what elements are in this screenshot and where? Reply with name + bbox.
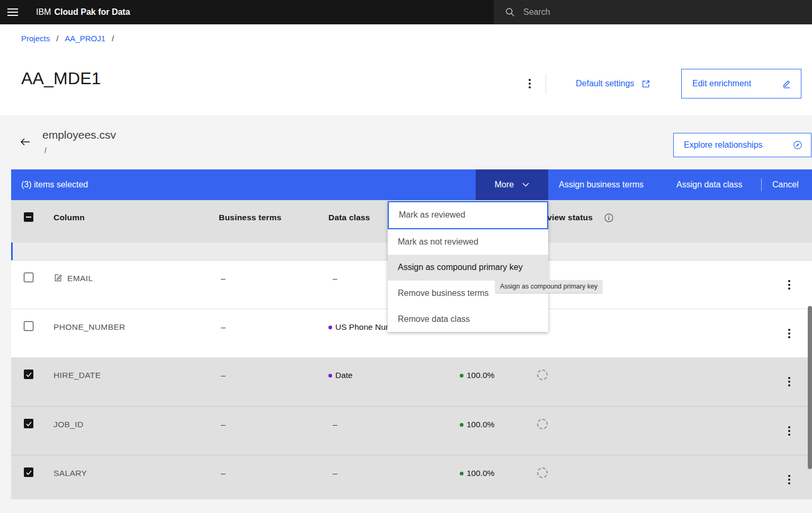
- business-terms-value: –: [221, 371, 226, 380]
- column-name: JOB_ID: [53, 420, 84, 429]
- row-checkbox[interactable]: [24, 467, 33, 477]
- breadcrumb: Projects / AA_PROJ1 /: [21, 24, 114, 52]
- menu-item-assign-compound-primary-key[interactable]: Assign as compound primary key: [388, 255, 548, 281]
- vertical-scrollbar-thumb[interactable]: [808, 306, 812, 469]
- page-title: AA_MDE1: [21, 69, 101, 88]
- brand-prefix: IBM: [36, 7, 51, 17]
- quality-value: 100.0%: [460, 371, 495, 380]
- data-class-value: –: [333, 469, 337, 478]
- edit-pencil-icon: [782, 79, 791, 88]
- quality-label: 100.0%: [467, 420, 495, 429]
- search-input[interactable]: [523, 7, 812, 17]
- data-class-dot: [328, 374, 332, 377]
- assign-data-class-button[interactable]: Assign data class: [676, 169, 743, 200]
- header-data-class: Data class: [328, 213, 370, 222]
- global-search: [494, 0, 812, 24]
- header-divider: [546, 74, 546, 94]
- quality-dot: [460, 472, 463, 475]
- quality-dot: [460, 423, 463, 427]
- action-bar-divider: [761, 178, 762, 191]
- breadcrumb-project-name[interactable]: AA_PROJ1: [65, 34, 105, 43]
- review-status-spinner-icon: [537, 419, 548, 429]
- breadcrumb-separator: /: [112, 34, 114, 43]
- column-name: PHONE_NUMBER: [53, 322, 126, 332]
- data-class-value: Date: [328, 371, 353, 380]
- row-checkbox[interactable]: [24, 419, 33, 428]
- chevron-down-icon: [522, 183, 529, 187]
- menu-item-mark-as-not-reviewed[interactable]: Mark as not reviewed: [388, 229, 548, 255]
- select-all-checkbox[interactable]: [24, 212, 33, 222]
- row-overflow-menu-icon[interactable]: [783, 423, 795, 439]
- default-settings-button[interactable]: Default settings: [576, 75, 650, 92]
- batch-action-bar: (3) items selected More Assign business …: [11, 169, 812, 200]
- menu-icon[interactable]: [0, 0, 25, 24]
- edit-enrichment-label: Edit enrichment: [692, 79, 751, 88]
- page-overflow-menu-icon[interactable]: [523, 75, 536, 92]
- explore-relationships-button[interactable]: Explore relationships: [673, 133, 811, 157]
- row-checkbox[interactable]: [24, 273, 33, 282]
- page-bottom: [0, 499, 812, 513]
- default-settings-label: Default settings: [576, 79, 634, 88]
- business-terms-value: –: [221, 274, 226, 283]
- global-header: IBM Cloud Pak for Data: [0, 0, 812, 24]
- row-overflow-menu-icon[interactable]: [783, 374, 795, 390]
- compass-icon: [793, 140, 802, 150]
- row-checkbox[interactable]: [24, 370, 33, 379]
- quality-value: 100.0%: [460, 469, 495, 478]
- assign-business-terms-button[interactable]: Assign business terms: [559, 169, 644, 200]
- more-menu-connector: [511, 27, 537, 31]
- menu-item-remove-data-class[interactable]: Remove data class: [388, 306, 548, 332]
- back-arrow-icon[interactable]: [19, 134, 34, 149]
- row-overflow-menu-icon[interactable]: [783, 277, 795, 293]
- table-row: JOB_ID – – 100.0%: [11, 406, 812, 455]
- table-row: HIRE_DATE – Date 100.0%: [11, 357, 812, 406]
- header-column: Column: [53, 213, 85, 222]
- row-checkbox[interactable]: [24, 321, 33, 331]
- explore-relationships-label: Explore relationships: [684, 140, 763, 150]
- search-icon: [505, 7, 515, 17]
- more-button[interactable]: More: [476, 169, 548, 200]
- asset-name: employees.csv: [42, 129, 116, 141]
- data-class-value: –: [333, 420, 337, 429]
- asset-path: /: [44, 146, 47, 155]
- data-class-value: –: [333, 274, 337, 283]
- data-class-dot: [328, 326, 332, 329]
- table-row: SALARY – – 100.0%: [11, 455, 812, 499]
- brand: IBM Cloud Pak for Data: [36, 0, 130, 24]
- quality-dot: [460, 374, 463, 377]
- app-window: IBM Cloud Pak for Data Projects / AA_PRO…: [0, 0, 812, 513]
- business-terms-value: –: [221, 322, 226, 332]
- quality-label: 100.0%: [467, 371, 495, 380]
- info-icon[interactable]: [604, 213, 613, 222]
- row-overflow-menu-icon[interactable]: [783, 472, 795, 488]
- review-status-spinner-icon: [537, 467, 548, 478]
- row-overflow-menu-icon[interactable]: [783, 326, 795, 341]
- column-name: SALARY: [53, 469, 87, 478]
- business-terms-value: –: [221, 469, 226, 478]
- edit-enrichment-button[interactable]: Edit enrichment: [681, 69, 801, 98]
- edit-column-icon: [53, 273, 63, 283]
- brand-name: Cloud Pak for Data: [54, 7, 130, 17]
- column-name: HIRE_DATE: [53, 371, 101, 380]
- page-gutter: [0, 169, 11, 513]
- header-business-terms: Business terms: [219, 213, 281, 222]
- quality-value: 100.0%: [460, 420, 495, 429]
- data-class-label: Date: [335, 371, 353, 380]
- items-selected-text: (3) items selected: [21, 169, 88, 200]
- tooltip: Assign as compound primary key: [495, 280, 602, 293]
- column-name: EMAIL: [67, 274, 93, 283]
- cancel-button[interactable]: Cancel: [772, 169, 799, 200]
- more-label: More: [495, 180, 514, 190]
- hamburger-icon: [7, 8, 18, 16]
- review-status-spinner-icon: [537, 370, 548, 380]
- business-terms-value: –: [221, 420, 226, 429]
- launch-icon: [641, 79, 650, 88]
- quality-label: 100.0%: [467, 469, 495, 478]
- menu-item-mark-as-reviewed[interactable]: Mark as reviewed: [388, 201, 548, 229]
- breadcrumb-projects[interactable]: Projects: [21, 34, 50, 43]
- breadcrumb-separator: /: [56, 34, 58, 43]
- more-dropdown-menu: Mark as reviewed Mark as not reviewed As…: [388, 201, 548, 332]
